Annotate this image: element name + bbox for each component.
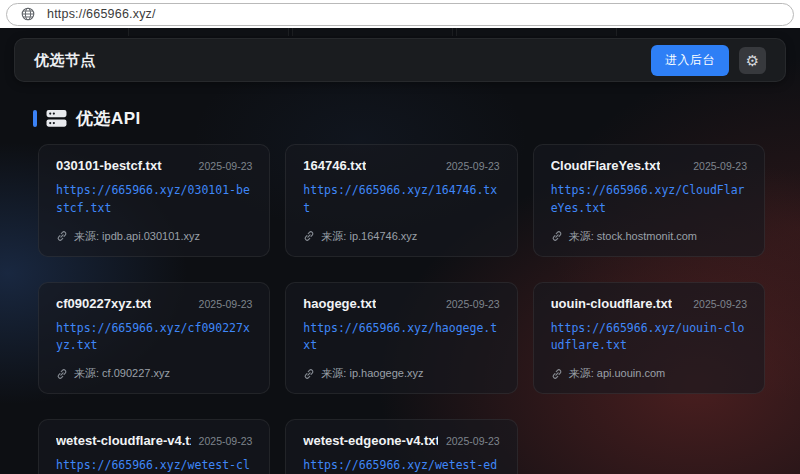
partial-box	[456, 28, 617, 36]
card-url-link[interactable]: https://665966.xyz/030101-bestcf.txt	[56, 182, 252, 218]
section-title: 优选API	[76, 107, 141, 130]
address-bar[interactable]: https://665966.xyz/	[6, 3, 794, 26]
accent-bar	[33, 110, 37, 127]
card-source: 来源: ip.haogege.xyz	[321, 366, 423, 381]
card-url-link[interactable]: https://665966.xyz/164746.txt	[303, 182, 499, 218]
card-filename: 164746.txt	[303, 158, 366, 173]
card-filename: uouin-cloudflare.txt	[551, 296, 672, 311]
api-card-grid: 030101-bestcf.txt 2025-09-23 https://665…	[38, 144, 765, 474]
api-card: uouin-cloudflare.txt 2025-09-23 https://…	[533, 282, 765, 395]
card-date: 2025-09-23	[446, 160, 500, 172]
card-date: 2025-09-23	[199, 298, 253, 310]
card-url-link[interactable]: https://665966.xyz/CloudFlareYes.txt	[551, 182, 747, 218]
card-date: 2025-09-23	[199, 435, 253, 447]
card-url-link[interactable]: https://665966.xyz/haogege.txt	[303, 320, 499, 356]
partial-elements-top	[0, 28, 800, 36]
page-title: 优选节点	[34, 51, 96, 70]
link-icon	[303, 230, 315, 242]
card-source: 来源: cf.090227.xyz	[74, 366, 170, 381]
api-card: wetest-edgeone-v4.txt 2025-09-23 https:/…	[285, 419, 517, 474]
card-source: 来源: api.uouin.com	[569, 366, 666, 381]
gear-icon: ⚙	[746, 53, 759, 68]
api-card: wetest-cloudflare-v4.txt 2025-09-23 http…	[38, 419, 270, 474]
card-url-link[interactable]: https://665966.xyz/cf090227xyz.txt	[56, 320, 252, 356]
link-icon	[56, 230, 68, 242]
enter-admin-button[interactable]: 进入后台	[651, 45, 729, 76]
card-source: 来源: ipdb.api.030101.xyz	[74, 229, 200, 244]
card-filename: 030101-bestcf.txt	[56, 158, 162, 173]
page-header: 优选节点 进入后台 ⚙	[14, 38, 786, 82]
api-card: CloudFlareYes.txt 2025-09-23 https://665…	[533, 144, 765, 257]
page-viewport: 优选节点 进入后台 ⚙ 优选API 030101-bestcf.txt 2025…	[0, 28, 800, 474]
link-icon	[303, 368, 315, 380]
card-filename: wetest-edgeone-v4.txt	[303, 433, 438, 448]
api-card: 030101-bestcf.txt 2025-09-23 https://665…	[38, 144, 270, 257]
api-card: haogege.txt 2025-09-23 https://665966.xy…	[285, 282, 517, 395]
card-date: 2025-09-23	[446, 435, 500, 447]
link-icon	[56, 368, 68, 380]
browser-address-strip: https://665966.xyz/	[0, 0, 800, 28]
card-source: 来源: ip.164746.xyz	[321, 229, 417, 244]
partial-box	[292, 28, 453, 36]
link-icon	[551, 368, 563, 380]
card-filename: wetest-cloudflare-v4.txt	[56, 433, 191, 448]
partial-box	[128, 28, 289, 36]
card-url-link[interactable]: https://665966.xyz/uouin-cloudflare.txt	[551, 320, 747, 356]
link-icon	[551, 230, 563, 242]
api-card: 164746.txt 2025-09-23 https://665966.xyz…	[285, 144, 517, 257]
settings-button[interactable]: ⚙	[739, 47, 766, 74]
card-url-link[interactable]: https://665966.xyz/wetest-edgeone-v4.txt	[303, 457, 499, 474]
card-filename: cf090227xyz.txt	[56, 296, 151, 311]
globe-icon	[21, 7, 35, 21]
card-date: 2025-09-23	[693, 298, 747, 310]
card-url-link[interactable]: https://665966.xyz/wetest-cloudflare-v4.…	[56, 457, 252, 474]
card-date: 2025-09-23	[199, 160, 253, 172]
card-date: 2025-09-23	[693, 160, 747, 172]
card-date: 2025-09-23	[446, 298, 500, 310]
section-heading: 优选API	[33, 107, 141, 130]
api-card: cf090227xyz.txt 2025-09-23 https://66596…	[38, 282, 270, 395]
card-source: 来源: stock.hostmonit.com	[569, 229, 697, 244]
card-filename: CloudFlareYes.txt	[551, 158, 661, 173]
server-stack-icon	[46, 109, 67, 128]
address-url[interactable]: https://665966.xyz/	[47, 7, 156, 21]
card-filename: haogege.txt	[303, 296, 376, 311]
